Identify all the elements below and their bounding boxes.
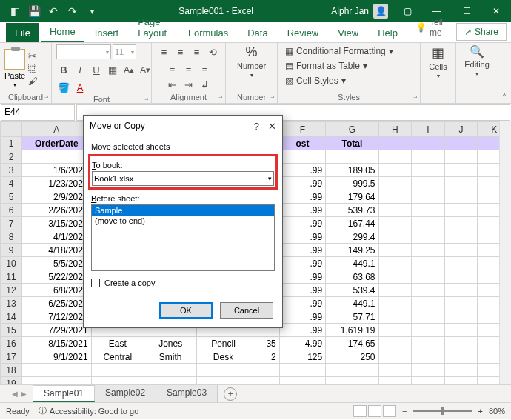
cell-H18[interactable] xyxy=(378,364,412,377)
align-bottom-icon[interactable]: ≡ xyxy=(190,44,204,59)
cell-I11[interactable] xyxy=(412,270,445,284)
cell-A3[interactable]: 1/6/2021 xyxy=(21,164,91,177)
col-header-I[interactable]: I xyxy=(412,122,445,137)
cell-G10[interactable]: 449.1 xyxy=(326,257,378,270)
cell-H6[interactable] xyxy=(378,204,412,217)
cell-I2[interactable] xyxy=(412,150,445,164)
cell-F16[interactable]: 4.99 xyxy=(279,337,325,350)
share-button[interactable]: ↗Share xyxy=(456,23,507,41)
italic-button[interactable]: I xyxy=(73,62,87,77)
close-icon[interactable]: ✕ xyxy=(481,0,511,22)
sheet-tab-sample03[interactable]: Sample03 xyxy=(156,385,218,402)
cancel-button[interactable]: Cancel xyxy=(220,302,273,319)
zoom-slider[interactable] xyxy=(413,410,472,412)
cell-F1[interactable]: ost xyxy=(279,137,325,150)
cell-J16[interactable] xyxy=(444,337,478,350)
tab-home[interactable]: Home xyxy=(41,21,84,42)
list-item[interactable]: Sample xyxy=(92,205,274,216)
cell-E16[interactable]: 35 xyxy=(250,337,279,350)
cell-G13[interactable]: 449.1 xyxy=(326,297,378,310)
ok-button[interactable]: OK xyxy=(159,302,213,319)
cell-J11[interactable] xyxy=(444,270,478,284)
cell-G19[interactable] xyxy=(326,377,378,385)
view-buttons[interactable] xyxy=(353,405,396,417)
tell-me-search[interactable]: 💡Tell me xyxy=(408,13,450,42)
cell-G2[interactable] xyxy=(326,150,378,164)
cell-A10[interactable]: 5/5/2021 xyxy=(21,257,91,270)
cell-G14[interactable]: 57.71 xyxy=(326,310,378,324)
cell-J8[interactable] xyxy=(444,230,478,244)
indent-decrease-icon[interactable]: ⇤ xyxy=(165,77,180,92)
align-middle-icon[interactable]: ≡ xyxy=(173,44,188,59)
cell-I8[interactable] xyxy=(412,230,445,244)
row-header-8[interactable]: 8 xyxy=(1,230,22,244)
tab-page-layout[interactable]: Page Layout xyxy=(129,12,178,42)
font-color-button[interactable]: A xyxy=(73,80,87,95)
vertical-scrollbar[interactable] xyxy=(499,121,511,384)
conditional-formatting-button[interactable]: ▦Conditional Formatting ▾ xyxy=(282,44,396,58)
cell-H8[interactable] xyxy=(378,230,412,244)
cell-I5[interactable] xyxy=(412,190,445,204)
cell-G4[interactable]: 999.5 xyxy=(326,177,378,190)
sheet-nav-prev-icon[interactable]: ◀ xyxy=(12,390,18,398)
cell-A13[interactable]: 6/25/2021 xyxy=(21,297,91,310)
cell-A5[interactable]: 2/9/2021 xyxy=(21,190,91,204)
cell-F18[interactable] xyxy=(279,364,325,377)
tab-formulas[interactable]: Formulas xyxy=(179,23,237,42)
cell-G8[interactable]: 299.4 xyxy=(326,230,378,244)
col-header-F[interactable]: F xyxy=(279,122,325,137)
cell-F7[interactable]: .99 xyxy=(279,217,325,230)
cell-J19[interactable] xyxy=(444,377,478,385)
cell-G16[interactable]: 174.65 xyxy=(326,337,378,350)
underline-button[interactable]: U xyxy=(89,62,104,77)
cell-B18[interactable] xyxy=(91,364,144,377)
row-header-12[interactable]: 12 xyxy=(1,284,22,297)
cell-I19[interactable] xyxy=(412,377,445,385)
cell-G6[interactable]: 539.73 xyxy=(326,204,378,217)
cell-F15[interactable]: .99 xyxy=(279,324,325,337)
cell-J3[interactable] xyxy=(444,164,478,177)
row-header-10[interactable]: 10 xyxy=(1,257,22,270)
cell-F6[interactable]: .99 xyxy=(279,204,325,217)
cell-H13[interactable] xyxy=(378,297,412,310)
cell-B17[interactable]: Central xyxy=(91,350,144,364)
cell-F12[interactable]: .99 xyxy=(279,284,325,297)
dialog-help-icon[interactable]: ? xyxy=(254,121,259,132)
cell-A7[interactable]: 3/15/2021 xyxy=(21,217,91,230)
select-all-corner[interactable] xyxy=(1,122,22,137)
paste-button[interactable]: Paste▾ xyxy=(4,49,25,88)
col-header-J[interactable]: J xyxy=(444,122,478,137)
name-box[interactable]: E44 xyxy=(1,104,75,121)
row-header-1[interactable]: 1 xyxy=(1,137,22,150)
cell-H2[interactable] xyxy=(378,150,412,164)
cell-J13[interactable] xyxy=(444,297,478,310)
sheet-tab-sample01[interactable]: Sample01 xyxy=(33,385,95,402)
cell-H12[interactable] xyxy=(378,284,412,297)
cell-A4[interactable]: 1/23/2021 xyxy=(21,177,91,190)
cut-icon[interactable]: ✂ xyxy=(28,50,38,61)
cell-A14[interactable]: 7/12/2021 xyxy=(21,310,91,324)
undo-icon[interactable]: ↶ xyxy=(44,2,62,20)
cell-J1[interactable] xyxy=(444,137,478,150)
cell-styles-button[interactable]: ▧Cell Styles ▾ xyxy=(282,74,349,87)
cell-I17[interactable] xyxy=(412,350,445,364)
collapse-ribbon-icon[interactable]: ˄ xyxy=(498,43,511,103)
cell-I3[interactable] xyxy=(412,164,445,177)
cell-J14[interactable] xyxy=(444,310,478,324)
cell-H9[interactable] xyxy=(378,244,412,257)
cell-F8[interactable]: .99 xyxy=(279,230,325,244)
row-header-16[interactable]: 16 xyxy=(1,337,22,350)
font-grow-icon[interactable]: A▴ xyxy=(121,62,136,77)
tab-view[interactable]: View xyxy=(329,23,367,42)
cell-H11[interactable] xyxy=(378,270,412,284)
row-header-9[interactable]: 9 xyxy=(1,244,22,257)
align-left-icon[interactable]: ≡ xyxy=(165,61,180,76)
cell-G7[interactable]: 167.44 xyxy=(326,217,378,230)
border-button[interactable]: ▦ xyxy=(105,62,120,77)
fill-color-button[interactable]: 🪣 xyxy=(56,80,71,95)
cell-J2[interactable] xyxy=(444,150,478,164)
cell-F17[interactable]: 125 xyxy=(279,350,325,364)
cell-G3[interactable]: 189.05 xyxy=(326,164,378,177)
row-header-3[interactable]: 3 xyxy=(1,164,22,177)
row-header-17[interactable]: 17 xyxy=(1,350,22,364)
